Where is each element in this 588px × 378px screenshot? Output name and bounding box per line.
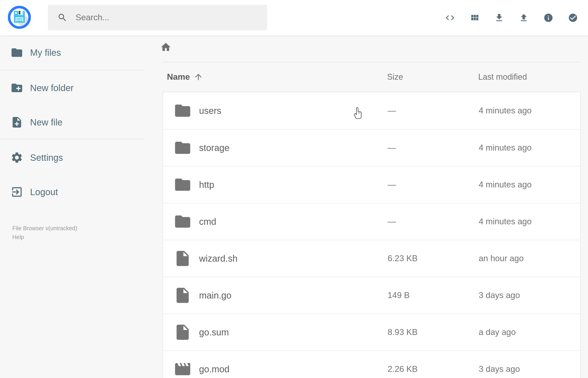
sidebar-footer: File Browser v(untracked) Help bbox=[12, 225, 77, 241]
sort-by-size-header[interactable]: Size bbox=[387, 72, 478, 82]
file-name: http bbox=[199, 180, 214, 190]
file-modified: 4 minutes ago bbox=[479, 106, 580, 115]
file-modified: 4 minutes ago bbox=[479, 143, 580, 153]
file-row-go.sum[interactable]: go.sum8.93 KBa day ago bbox=[163, 313, 580, 351]
top-bar bbox=[0, 0, 588, 36]
upload-icon[interactable] bbox=[519, 13, 529, 23]
file-size: 2.26 KB bbox=[388, 364, 479, 374]
sidebar-divider bbox=[0, 139, 144, 139]
main-content: Name Size Last modified users—4 minutes … bbox=[144, 36, 588, 378]
file-name: wizard.sh bbox=[199, 254, 238, 264]
folder-icon bbox=[11, 46, 23, 59]
file-icon bbox=[174, 249, 192, 268]
folder-icon bbox=[174, 213, 192, 231]
name-column-label: Name bbox=[167, 72, 190, 82]
info-icon[interactable] bbox=[543, 13, 553, 23]
file-name-cell: storage bbox=[163, 139, 388, 157]
file-name-cell: http bbox=[163, 176, 388, 194]
sort-by-modified-header[interactable]: Last modified bbox=[478, 72, 581, 82]
list-header: Name Size Last modified bbox=[163, 62, 581, 92]
file-modified: 3 days ago bbox=[479, 291, 580, 300]
sidebar-item-logout[interactable]: Logout bbox=[11, 181, 58, 202]
download-icon[interactable] bbox=[494, 13, 504, 23]
file-size: 8.93 KB bbox=[388, 327, 479, 337]
file-row-go.mod[interactable]: go.mod2.26 KB3 days ago bbox=[163, 351, 580, 378]
check-circle-icon[interactable] bbox=[568, 13, 578, 23]
file-name-cell: go.mod bbox=[163, 360, 388, 378]
file-size: — bbox=[388, 217, 479, 226]
search-input[interactable] bbox=[76, 13, 267, 22]
help-link[interactable]: Help bbox=[12, 234, 77, 241]
sidebar-item-label: My files bbox=[30, 48, 61, 58]
sidebar-item-settings[interactable]: Settings bbox=[11, 147, 63, 168]
file-icon bbox=[174, 286, 192, 304]
sidebar-item-new-file[interactable]: New file bbox=[11, 112, 62, 133]
app-logo-floppy-icon[interactable] bbox=[8, 5, 31, 29]
folder-icon bbox=[174, 176, 192, 194]
sidebar-item-label: Settings bbox=[30, 153, 63, 163]
file-name-cell: main.go bbox=[163, 286, 388, 304]
file-row-cmd[interactable]: cmd—4 minutes ago bbox=[163, 203, 580, 240]
search-icon bbox=[57, 13, 67, 23]
file-size: — bbox=[388, 180, 479, 189]
file-row-wizard.sh[interactable]: wizard.sh6.23 KBan hour ago bbox=[163, 240, 580, 277]
file-listing: users—4 minutes agostorage—4 minutes ago… bbox=[163, 92, 581, 378]
file-modified: 4 minutes ago bbox=[479, 217, 580, 226]
code-icon[interactable] bbox=[445, 13, 455, 23]
file-name-cell: wizard.sh bbox=[163, 249, 388, 268]
file-size: — bbox=[388, 106, 479, 115]
breadcrumb-home-icon[interactable] bbox=[160, 41, 172, 53]
search-bar bbox=[48, 5, 267, 30]
sort-ascending-arrow-up-icon bbox=[194, 72, 203, 82]
file-modified: 4 minutes ago bbox=[479, 180, 580, 189]
folder-icon bbox=[174, 102, 192, 120]
file-name: storage bbox=[199, 143, 229, 153]
file-modified: 3 days ago bbox=[479, 364, 580, 374]
view-module-icon[interactable] bbox=[469, 13, 480, 23]
file-size: 6.23 KB bbox=[388, 254, 479, 263]
file-plus-icon bbox=[11, 116, 23, 129]
sidebar-item-my-files[interactable]: My files bbox=[11, 42, 61, 63]
file-name: cmd bbox=[199, 216, 216, 227]
file-row-storage[interactable]: storage—4 minutes ago bbox=[163, 129, 580, 166]
file-row-http[interactable]: http—4 minutes ago bbox=[163, 166, 580, 203]
file-modified: a day ago bbox=[479, 327, 580, 337]
sort-by-name-header[interactable]: Name bbox=[163, 72, 387, 82]
folder-icon bbox=[174, 139, 192, 157]
toolbar-actions bbox=[445, 0, 578, 36]
file-name: go.sum bbox=[199, 327, 229, 338]
folder-plus-icon bbox=[11, 81, 23, 94]
file-row-main.go[interactable]: main.go149 B3 days ago bbox=[163, 277, 580, 313]
movie-icon bbox=[174, 360, 192, 378]
file-name-cell: go.sum bbox=[163, 323, 388, 341]
file-name: main.go bbox=[199, 290, 231, 301]
file-name: go.mod bbox=[199, 364, 229, 374]
file-size: 149 B bbox=[388, 291, 479, 300]
gear-icon bbox=[11, 151, 23, 164]
sidebar: File Browser v(untracked) Help My filesN… bbox=[0, 36, 144, 378]
file-row-users[interactable]: users—4 minutes ago bbox=[163, 92, 580, 129]
file-size: — bbox=[388, 143, 479, 153]
file-name-cell: users bbox=[163, 102, 388, 120]
file-modified: an hour ago bbox=[479, 254, 580, 263]
sidebar-item-label: New file bbox=[30, 117, 62, 128]
file-name-cell: cmd bbox=[163, 213, 388, 231]
version-link[interactable]: File Browser v(untracked) bbox=[12, 225, 77, 231]
file-name: users bbox=[199, 106, 221, 116]
sidebar-item-label: Logout bbox=[30, 187, 58, 197]
sidebar-item-new-folder[interactable]: New folder bbox=[11, 77, 74, 98]
file-icon bbox=[174, 323, 192, 341]
sidebar-divider bbox=[0, 70, 144, 70]
sidebar-item-label: New folder bbox=[30, 83, 74, 93]
logout-icon bbox=[11, 186, 23, 198]
